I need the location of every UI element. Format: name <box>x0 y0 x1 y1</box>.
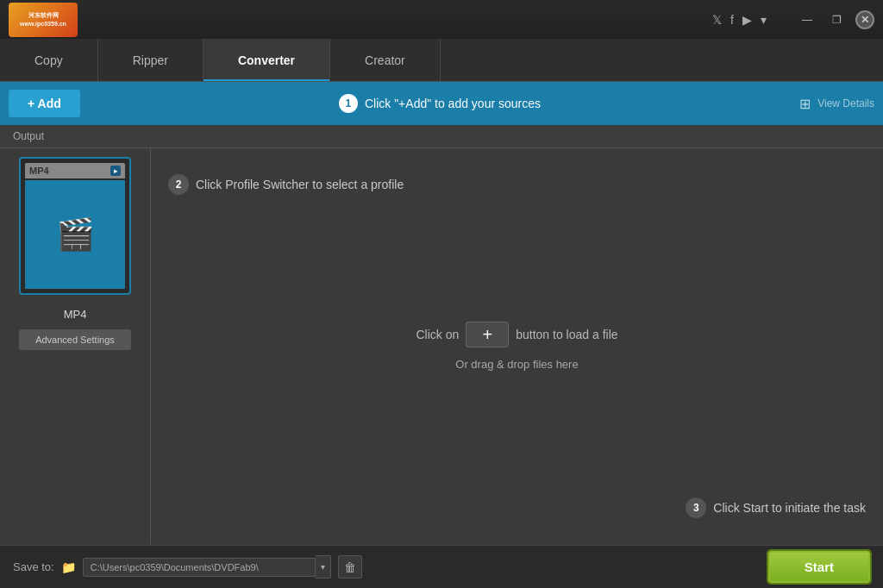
minimize-button[interactable]: — <box>797 9 817 30</box>
left-panel: MP4 ▸ 🎬 MP4 Advanced Settings <box>0 148 151 544</box>
twitter-icon[interactable]: 𝕏 <box>712 13 722 27</box>
folder-icon: 📁 <box>61 560 76 574</box>
app-logo: 河东软件网 www.ipc0359.cn <box>9 3 78 37</box>
facebook-icon[interactable]: f <box>730 13 734 27</box>
start-button[interactable]: Start <box>768 551 870 583</box>
dropdown-icon[interactable]: ▾ <box>761 13 767 27</box>
step1-hint: 1 Click "+Add" to add your sources <box>339 94 541 113</box>
toolbar: + Add 1 Click "+Add" to add your sources… <box>0 82 883 125</box>
load-file-button[interactable]: + <box>466 322 509 347</box>
close-button[interactable]: ✕ <box>855 10 874 29</box>
add-button[interactable]: + Add <box>9 90 80 117</box>
profile-icon-area: 🎬 <box>25 180 125 289</box>
drag-hint: Or drag & drop files here <box>455 358 578 371</box>
profile-card-header: MP4 ▸ <box>25 163 125 178</box>
save-path-display: C:\Users\pc0359\Documents\DVDFab9\ <box>83 558 316 577</box>
youtube-icon[interactable]: ▶ <box>742 13 752 27</box>
step2-hint: 2 Click Profile Switcher to select a pro… <box>168 174 404 195</box>
step1-circle: 1 <box>339 94 358 113</box>
restore-button[interactable]: ❐ <box>826 9 847 30</box>
delete-path-button[interactable]: 🗑 <box>338 555 362 579</box>
tab-converter[interactable]: Converter <box>204 39 330 81</box>
profile-badge: ▸ <box>110 166 121 176</box>
right-panel: 2 Click Profile Switcher to select a pro… <box>151 148 883 544</box>
tab-bar: Copy Ripper Converter Creator <box>0 39 883 82</box>
advanced-settings-button[interactable]: Advanced Settings <box>19 329 131 350</box>
drop-area: Click on + button to load a file Or drag… <box>416 322 617 371</box>
status-bar: Save to: 📁 C:\Users\pc0359\Documents\DVD… <box>0 545 883 588</box>
tab-creator[interactable]: Creator <box>330 39 441 81</box>
tab-copy[interactable]: Copy <box>0 39 98 81</box>
step3-circle: 3 <box>686 497 706 518</box>
step3-hint: 3 Click Start to initiate the task <box>686 497 866 518</box>
grid-icon[interactable]: ⊞ <box>799 96 811 112</box>
toolbar-right: ⊞ View Details <box>799 96 874 112</box>
film-icon: 🎬 <box>56 216 95 253</box>
path-wrapper: C:\Users\pc0359\Documents\DVDFab9\ ▾ <box>83 555 331 579</box>
profile-label: MP4 <box>64 308 87 321</box>
save-to-section: Save to: 📁 C:\Users\pc0359\Documents\DVD… <box>13 555 362 579</box>
title-bar: 河东软件网 www.ipc0359.cn 𝕏 f ▶ ▾ — ❐ ✕ <box>0 0 883 39</box>
social-icons: 𝕏 f ▶ ▾ — ❐ ✕ <box>712 9 874 30</box>
tab-ripper[interactable]: Ripper <box>98 39 204 81</box>
profile-card[interactable]: MP4 ▸ 🎬 <box>19 157 131 295</box>
path-dropdown-arrow[interactable]: ▾ <box>316 555 331 579</box>
output-label: Output <box>0 125 883 148</box>
click-hint: Click on + button to load a file <box>416 322 617 347</box>
main-content: MP4 ▸ 🎬 MP4 Advanced Settings 2 Click Pr… <box>0 148 883 544</box>
step2-circle: 2 <box>168 174 189 195</box>
